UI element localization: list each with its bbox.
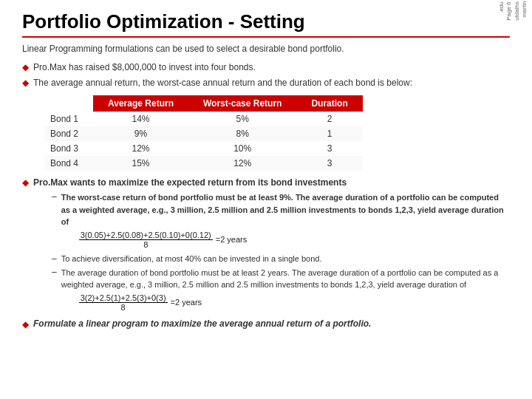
final-bullet-text: Formulate a linear program to maximize t… — [33, 318, 371, 329]
bond2-avg: 9% — [93, 126, 188, 141]
formula-2: 3(2)+2.5(1)+2.5(3)+0(3) 8 =2 years — [76, 293, 510, 312]
sub-bullet-2: – To achieve diversification, at most 40… — [52, 253, 510, 265]
bond4-worst: 12% — [188, 156, 296, 171]
main-bullet-item: ◆ Pro.Max wants to maximize the expected… — [22, 177, 510, 189]
bullet-text-2: The average annual return, the worst-cas… — [33, 77, 412, 89]
formula-1: 3(0.05)+2.5(0.08)+2.5(0.10)+0(0.12) 8 =2… — [76, 231, 510, 249]
sub-dash-3: – — [52, 267, 57, 277]
bond3-duration: 3 — [296, 141, 362, 156]
bond2-worst: 8% — [188, 126, 296, 141]
sub-dash-2: – — [52, 253, 57, 264]
table-row: Bond 3 12% 10% 3 — [44, 141, 363, 156]
bullet-item-2: ◆ The average annual return, the worst-c… — [22, 77, 510, 89]
sub-bullet-content-1: The worst-case return of bond portfolio … — [61, 191, 510, 250]
formula-numerator-1: 3(0.05)+2.5(0.08)+2.5(0.10)+0(0.12) — [79, 231, 213, 240]
bullet-icon-1: ◆ — [22, 62, 29, 72]
formula-denominator-1: 8 — [142, 240, 149, 249]
formula-denominator-2: 8 — [120, 303, 127, 312]
formula-numerator-2: 3(2)+2.5(1)+2.5(3)+0(3) — [79, 293, 168, 303]
bullet-item-1: ◆ Pro.Max has raised $8,000,000 to inves… — [22, 61, 510, 74]
sub-dash-1: – — [52, 191, 57, 202]
formula-result-2: =2 years — [171, 298, 202, 307]
main-bullet-text: Pro.Max wants to maximize the expected r… — [33, 177, 347, 189]
bond1-name: Bond 1 — [44, 112, 93, 126]
fraction-2: 3(2)+2.5(1)+2.5(3)+0(3) 8 — [79, 293, 168, 312]
sub-text-3: The average duration of bond portfolio m… — [61, 268, 499, 289]
bond1-avg: 14% — [93, 112, 188, 126]
sub-bullet-3: – The average duration of bond portfolio… — [52, 267, 510, 314]
bullet-icon-2: ◆ — [22, 78, 29, 88]
watermark: .edu Page 6 utdalhs martin — [498, 1, 529, 21]
subtitle-text: Linear Programming formulations can be u… — [22, 44, 510, 54]
table-row: Bond 2 9% 8% 1 — [44, 126, 363, 141]
table-header-avg-return: Average Return — [93, 95, 188, 112]
table-header-empty — [44, 95, 93, 112]
final-bullet-item: ◆ Formulate a linear program to maximize… — [22, 318, 510, 330]
final-bullet-icon: ◆ — [22, 319, 29, 330]
sub-text-1: The worst-case return of bond portfolio … — [61, 193, 504, 226]
table-row: Bond 4 15% 12% 3 — [44, 156, 363, 171]
fraction-1: 3(0.05)+2.5(0.08)+2.5(0.10)+0(0.12) 8 — [79, 231, 213, 249]
sub-bullet-content-3: The average duration of bond portfolio m… — [61, 267, 510, 314]
formula-result-1: =2 years — [216, 235, 248, 244]
slide-container: .edu Page 6 utdalhs martin Portfolio Opt… — [0, 0, 532, 337]
bond3-name: Bond 3 — [44, 141, 93, 156]
bond-table: Average Return Worst-case Return Duratio… — [44, 95, 363, 171]
bond3-worst: 10% — [188, 141, 296, 156]
bullet-text-1: Pro.Max has raised $8,000,000 to invest … — [33, 61, 256, 74]
bond1-worst: 5% — [188, 112, 296, 126]
bond4-avg: 15% — [93, 156, 188, 171]
sub-bullets-section: – The worst-case return of bond portfoli… — [52, 191, 510, 313]
table-header-duration: Duration — [296, 95, 362, 112]
sub-bullet-1: – The worst-case return of bond portfoli… — [52, 191, 510, 250]
sub-text-2: To achieve diversification, at most 40% … — [61, 253, 322, 265]
bond4-name: Bond 4 — [44, 156, 93, 171]
bond2-duration: 1 — [296, 126, 362, 141]
table-header-worst-return: Worst-case Return — [188, 95, 296, 112]
bond2-name: Bond 2 — [44, 126, 93, 141]
bond3-avg: 12% — [93, 141, 188, 156]
main-bullet-icon: ◆ — [22, 177, 29, 188]
table-row: Bond 1 14% 5% 2 — [44, 112, 363, 126]
bond-table-wrapper: Average Return Worst-case Return Duratio… — [44, 95, 510, 171]
bond1-duration: 2 — [296, 112, 362, 126]
bond4-duration: 3 — [296, 156, 362, 171]
page-title: Portfolio Optimization - Setting — [22, 10, 510, 38]
